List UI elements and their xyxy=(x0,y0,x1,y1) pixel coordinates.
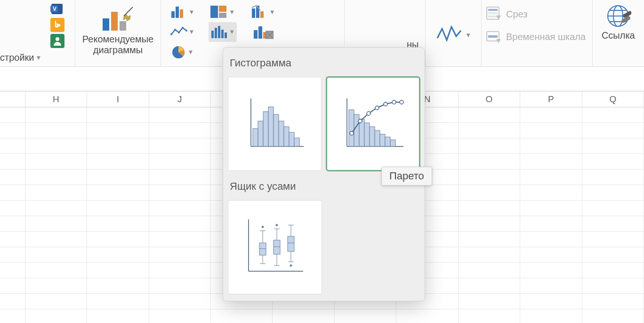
cell[interactable] xyxy=(582,247,644,263)
cell[interactable] xyxy=(87,278,149,294)
statistic-chart-button[interactable]: ▼ xyxy=(209,22,237,42)
cell[interactable] xyxy=(25,185,87,201)
cell[interactable] xyxy=(25,263,87,278)
cell[interactable] xyxy=(25,154,87,170)
cell[interactable] xyxy=(87,123,149,138)
cell[interactable] xyxy=(520,309,582,323)
cell[interactable] xyxy=(25,232,87,247)
sparklines-button[interactable]: ▼ xyxy=(435,3,471,67)
cell[interactable] xyxy=(25,294,87,309)
cell[interactable] xyxy=(459,247,520,263)
cell[interactable] xyxy=(87,294,149,309)
cell[interactable] xyxy=(87,309,149,323)
cell[interactable] xyxy=(582,170,644,185)
combo-chart-button[interactable] xyxy=(249,22,277,42)
cell[interactable] xyxy=(459,216,520,232)
col-header[interactable]: P xyxy=(520,91,582,107)
pie-chart-button[interactable]: ▼ xyxy=(169,42,196,62)
cell[interactable] xyxy=(149,247,211,263)
hierarchy-chart-button[interactable]: ▼ xyxy=(249,2,277,22)
cell[interactable] xyxy=(149,170,211,185)
slicer-button[interactable]: Срез xyxy=(485,3,590,25)
cell[interactable] xyxy=(149,232,211,247)
line-chart-button[interactable]: ▼ xyxy=(169,22,196,42)
cell[interactable] xyxy=(459,170,520,185)
cell[interactable] xyxy=(87,154,149,170)
cell[interactable] xyxy=(520,138,582,154)
cell[interactable] xyxy=(582,232,644,247)
cell[interactable] xyxy=(87,263,149,278)
cell[interactable] xyxy=(149,138,211,154)
cell[interactable] xyxy=(520,232,582,247)
cell[interactable] xyxy=(25,201,87,216)
col-header[interactable] xyxy=(0,91,25,107)
cell[interactable] xyxy=(149,294,211,309)
cell[interactable] xyxy=(459,263,520,278)
cell[interactable] xyxy=(582,201,644,216)
people-graph-addin-icon[interactable] xyxy=(50,34,64,48)
cell[interactable] xyxy=(0,185,25,201)
cell[interactable] xyxy=(582,263,644,278)
cell[interactable] xyxy=(582,309,644,323)
cell[interactable] xyxy=(149,263,211,278)
cell[interactable] xyxy=(149,309,211,323)
cell[interactable] xyxy=(87,185,149,201)
timeline-button[interactable]: Временная шкала xyxy=(485,25,590,48)
cell[interactable] xyxy=(0,154,25,170)
cell[interactable] xyxy=(87,107,149,123)
histogram-chart-option[interactable] xyxy=(228,77,322,171)
hyperlink-button[interactable] xyxy=(605,3,631,29)
cell[interactable] xyxy=(0,216,25,232)
col-header[interactable]: J xyxy=(149,91,211,107)
col-header[interactable]: Q xyxy=(582,91,644,107)
recommended-charts-button[interactable] xyxy=(99,3,137,36)
cell[interactable] xyxy=(520,201,582,216)
cell[interactable] xyxy=(582,185,644,201)
cell[interactable] xyxy=(459,309,520,323)
cell[interactable] xyxy=(149,154,211,170)
cell[interactable] xyxy=(0,107,25,123)
cell[interactable] xyxy=(0,294,25,309)
cell[interactable] xyxy=(0,247,25,263)
cell[interactable] xyxy=(459,123,520,138)
cell[interactable] xyxy=(582,138,644,154)
cell[interactable] xyxy=(335,309,396,323)
cell[interactable] xyxy=(582,123,644,138)
cell[interactable] xyxy=(459,278,520,294)
cell[interactable] xyxy=(25,247,87,263)
cell[interactable] xyxy=(273,309,334,323)
cell[interactable] xyxy=(582,278,644,294)
column-chart-button[interactable]: ▼ xyxy=(169,2,196,22)
cell[interactable] xyxy=(25,278,87,294)
cell[interactable] xyxy=(0,278,25,294)
cell[interactable] xyxy=(520,216,582,232)
cell[interactable] xyxy=(87,247,149,263)
cell[interactable] xyxy=(459,185,520,201)
col-header[interactable]: I xyxy=(87,91,149,107)
cell[interactable] xyxy=(459,201,520,216)
cell[interactable] xyxy=(582,294,644,309)
cell[interactable] xyxy=(87,232,149,247)
cell[interactable] xyxy=(149,216,211,232)
cell[interactable] xyxy=(520,294,582,309)
cell[interactable] xyxy=(25,170,87,185)
cell[interactable] xyxy=(582,154,644,170)
cell[interactable] xyxy=(87,216,149,232)
cell[interactable] xyxy=(582,107,644,123)
cell[interactable] xyxy=(25,107,87,123)
cell[interactable] xyxy=(520,278,582,294)
cell[interactable] xyxy=(149,278,211,294)
cell[interactable] xyxy=(0,263,25,278)
visio-addin-icon[interactable]: V xyxy=(50,2,64,16)
box-whisker-chart-option[interactable] xyxy=(228,200,322,294)
cell[interactable] xyxy=(520,185,582,201)
cell[interactable] xyxy=(0,309,25,323)
cell[interactable] xyxy=(25,123,87,138)
cell[interactable] xyxy=(87,138,149,154)
cell[interactable] xyxy=(87,201,149,216)
cell[interactable] xyxy=(0,232,25,247)
cell[interactable] xyxy=(149,107,211,123)
cell[interactable] xyxy=(0,138,25,154)
cell[interactable] xyxy=(520,107,582,123)
cell[interactable] xyxy=(25,309,87,323)
